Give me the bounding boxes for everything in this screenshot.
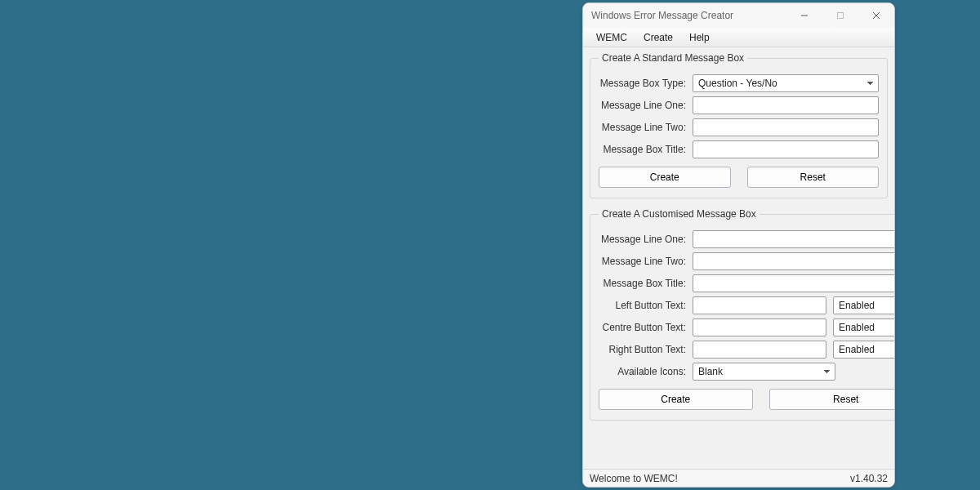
cus-right-label: Right Button Text:: [599, 344, 693, 355]
cus-left-input[interactable]: [693, 296, 826, 314]
cus-right-input[interactable]: [693, 341, 826, 359]
cus-line1-label: Message Line One:: [599, 234, 693, 245]
maximize-button[interactable]: [822, 3, 858, 28]
menubar: WEMC Create Help: [583, 28, 894, 47]
svg-rect-1: [838, 13, 844, 19]
cus-create-button[interactable]: Create: [599, 389, 753, 410]
cus-line2-label: Message Line Two:: [599, 256, 693, 267]
app-window: Windows Error Message Creator WEMC Creat…: [582, 2, 895, 488]
std-line1-label: Message Line One:: [599, 100, 693, 111]
std-create-button[interactable]: Create: [599, 167, 731, 188]
cus-line2-input[interactable]: [693, 252, 894, 270]
std-line1-input[interactable]: [693, 96, 879, 114]
statusbar: Welcome to WEMC! v1.40.32: [583, 469, 894, 487]
cus-centre-label: Centre Button Text:: [599, 322, 693, 333]
standard-legend: Create A Standard Message Box: [599, 52, 747, 64]
minimize-icon: [800, 11, 808, 20]
status-welcome: Welcome to WEMC!: [590, 473, 678, 484]
std-line2-label: Message Line Two:: [599, 122, 693, 133]
standard-group: Create A Standard Message Box Message Bo…: [590, 52, 888, 198]
minimize-button[interactable]: [786, 3, 822, 28]
cus-title-input[interactable]: [693, 274, 894, 292]
std-reset-button[interactable]: Reset: [747, 167, 880, 188]
content-area: Create A Standard Message Box Message Bo…: [583, 47, 894, 469]
menu-create[interactable]: Create: [635, 30, 681, 45]
cus-line1-input[interactable]: [693, 230, 894, 248]
cus-icons-combo[interactable]: Blank: [693, 363, 835, 381]
custom-legend: Create A Customised Message Box: [599, 208, 760, 220]
menu-help[interactable]: Help: [681, 30, 718, 45]
custom-group: Create A Customised Message Box Message …: [590, 208, 894, 421]
cus-reset-button[interactable]: Reset: [769, 389, 895, 410]
close-button[interactable]: [858, 3, 894, 28]
status-version: v1.40.32: [850, 473, 888, 484]
std-type-label: Message Box Type:: [599, 78, 693, 89]
cus-right-state-combo[interactable]: Enabled: [833, 341, 894, 359]
titlebar: Windows Error Message Creator: [583, 3, 894, 28]
cus-left-state-combo[interactable]: Enabled: [833, 296, 894, 314]
menu-wemc[interactable]: WEMC: [588, 30, 635, 45]
std-title-input[interactable]: [693, 140, 879, 158]
cus-centre-state-combo[interactable]: Enabled: [833, 318, 894, 336]
close-icon: [872, 11, 880, 20]
cus-icons-label: Available Icons:: [599, 366, 693, 377]
std-line2-input[interactable]: [693, 118, 879, 136]
window-title: Windows Error Message Creator: [591, 10, 786, 21]
maximize-icon: [836, 11, 844, 20]
cus-centre-input[interactable]: [693, 318, 826, 336]
cus-title-label: Message Box Title:: [599, 278, 693, 289]
cus-left-label: Left Button Text:: [599, 300, 693, 311]
std-type-combo[interactable]: Question - Yes/No: [693, 74, 879, 92]
std-title-label: Message Box Title:: [599, 144, 693, 155]
window-controls: [786, 3, 894, 28]
